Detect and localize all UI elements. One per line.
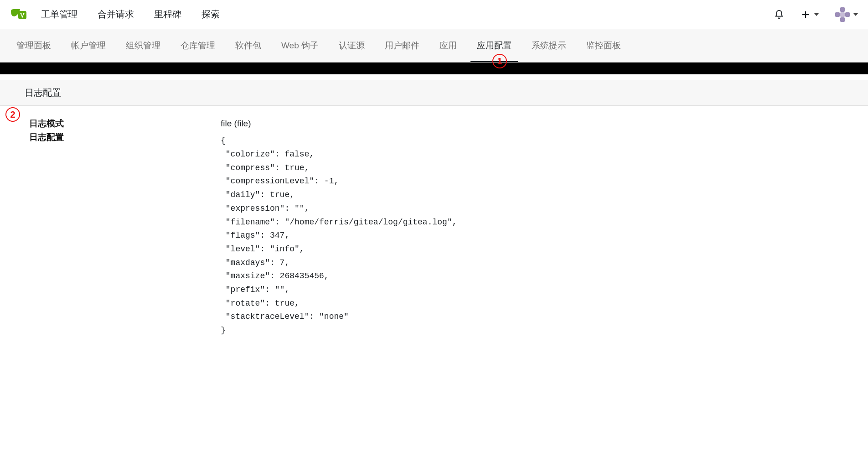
topnav-item[interactable]: 探索 — [202, 9, 220, 19]
topnav-item[interactable]: 合并请求 — [98, 9, 134, 19]
user-menu[interactable] — [835, 7, 858, 22]
admin-tab[interactable]: 认证源 — [329, 29, 375, 62]
values-column: file (file) { "colorize": false, "compre… — [221, 117, 854, 338]
log-config-label: 日志配置 — [29, 130, 221, 144]
labels-column: 日志模式 日志配置 — [29, 117, 221, 338]
admin-tab[interactable]: 软件包 — [225, 29, 271, 62]
divider-bar — [0, 62, 868, 74]
svg-rect-0 — [18, 11, 26, 19]
log-mode-value: file (file) — [221, 117, 854, 130]
admin-tab[interactable]: 组织管理 — [116, 29, 170, 62]
page-root: 12 工单管理合并请求里程碑探索 — [0, 0, 868, 356]
admin-tab[interactable]: 帐户管理 — [61, 29, 116, 62]
notifications-icon[interactable] — [774, 10, 784, 20]
admin-tab[interactable]: 管理面板 — [6, 29, 61, 62]
admin-tab[interactable]: 系统提示 — [522, 29, 576, 62]
top-right — [774, 7, 858, 22]
admin-tab[interactable]: 用户邮件 — [375, 29, 429, 62]
admin-tab[interactable]: 监控面板 — [576, 29, 631, 62]
top-nav: 工单管理合并请求里程碑探索 — [0, 0, 868, 29]
admin-tab[interactable]: Web 钩子 — [271, 29, 329, 62]
annotation-marker: 2 — [5, 107, 20, 122]
section-header: 日志配置 — [0, 80, 868, 106]
admin-tab[interactable]: 应用 — [429, 29, 467, 62]
annotation-marker: 1 — [492, 54, 507, 68]
chevron-down-icon — [814, 13, 819, 16]
gitea-logo-icon[interactable] — [10, 7, 28, 22]
section-title: 日志配置 — [25, 88, 61, 98]
admin-tab[interactable]: 仓库管理 — [170, 29, 225, 62]
avatar — [835, 7, 850, 22]
admin-tabs: 管理面板帐户管理组织管理仓库管理软件包Web 钩子认证源用户邮件应用应用配置系统… — [0, 29, 868, 62]
log-mode-label: 日志模式 — [29, 117, 221, 130]
section-content: 日志模式 日志配置 file (file) { "colorize": fals… — [0, 106, 868, 356]
create-menu[interactable] — [801, 10, 819, 20]
chevron-down-icon — [853, 13, 858, 16]
topnav-item[interactable]: 里程碑 — [154, 9, 181, 19]
topnav-item[interactable]: 工单管理 — [41, 9, 78, 19]
admin-tabs-wrap: 管理面板帐户管理组织管理仓库管理软件包Web 钩子认证源用户邮件应用应用配置系统… — [0, 29, 868, 62]
log-config-json: { "colorize": false, "compress": true, "… — [221, 134, 854, 337]
